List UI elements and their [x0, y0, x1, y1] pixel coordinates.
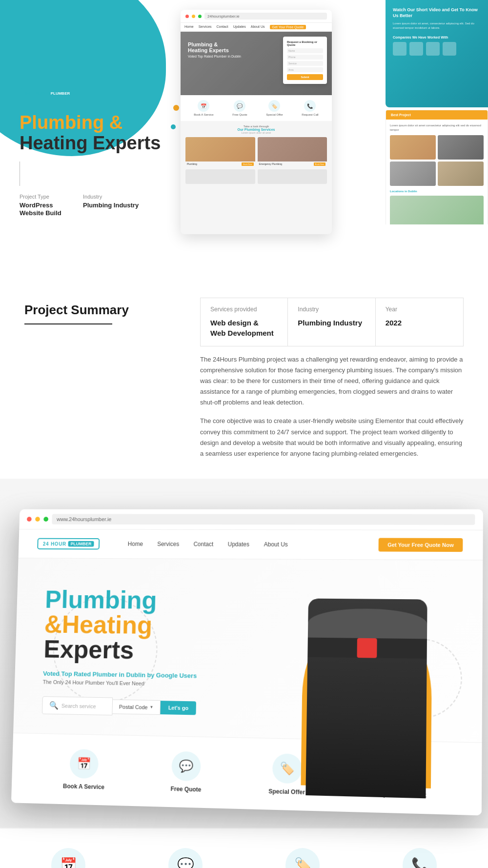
summary-desc-1: The 24Hours Plumbing project was a chall… [200, 354, 464, 408]
meta-grid: Project Type Industry WordPressWebsite B… [20, 194, 161, 218]
large-nav-cta[interactable]: Get Your Free Quote Now [379, 538, 463, 552]
service-card-emergency: Emergency Plumbing Book Now [258, 137, 327, 167]
hero-title-dark: Heating Experts [20, 133, 161, 154]
letsgo-button[interactable]: Let's go [161, 701, 196, 715]
left-panel: 24 HOUR PLUMBER Plumbing & Heating Exper… [20, 88, 161, 218]
rsb-map [390, 196, 484, 224]
hero-title-orange: Plumbing & [20, 113, 161, 133]
summary-title: Project Summary [24, 303, 181, 318]
industry-col-value: Plumbing Industry [298, 318, 365, 328]
services-col-industry: Industry Plumbing Industry [288, 298, 375, 346]
services-col-value: Web design &Web Development [210, 318, 278, 338]
browser-hero-sub: Voted Top Rated Plumber in Dublin [188, 55, 241, 58]
hero-flex: Plumbing &Heating Experts Voted Top Rate… [13, 558, 483, 742]
rsb-image-grid [390, 135, 484, 186]
form-field-1: Name [287, 48, 323, 53]
special-offer-icon: 🏷️ [268, 100, 280, 112]
project-img-3 [390, 161, 436, 186]
large-quote-icon: 💬 [171, 751, 201, 781]
request-callback-icon: 📞 [304, 100, 316, 112]
form-field-2: Phone [287, 55, 323, 60]
nav-link-services[interactable]: Services [157, 541, 179, 547]
large-book-label: Book A Service [63, 783, 104, 790]
divider-line [20, 161, 20, 186]
logo-text: 24 HOUR [25, 91, 46, 96]
bottom-special-offer: 🏷️ Special Offer [244, 848, 361, 868]
emergency-card-label: Emergency Plumbing Book Now [258, 161, 327, 167]
project-img-1 [390, 135, 436, 160]
plumbing-card-label: Plumbing Book Now [185, 161, 255, 167]
form-submit-btn[interactable]: Submit [287, 74, 323, 80]
browser-bar: 24hoursplumber.ie [181, 10, 332, 23]
browser-hero-text: Plumbing &Heating Experts Voted Top Rate… [188, 41, 241, 58]
browser-form-panel: Request a Booking or Quote Name Phone Se… [283, 37, 327, 84]
hero-rated: Voted Top Rated Plumber in Dublin by Goo… [43, 670, 197, 680]
large-hero-content: Plumbing &Heating Experts Voted Top Rate… [13, 558, 228, 737]
dot-yellow-decoration [173, 105, 179, 111]
top-section: 24 HOUR PLUMBER Plumbing & Heating Exper… [0, 0, 488, 254]
large-nav-links: Home Services Contact Updates About Us [128, 541, 379, 548]
tilted-mockup: www.24hoursplumber.ie 24 HOUR PLUMBER Ho… [11, 509, 483, 816]
large-logo: 24 HOUR PLUMBER [37, 538, 100, 550]
browser-dot-red [185, 15, 189, 18]
search-input-box[interactable]: 🔍 Search service [42, 696, 113, 715]
emergency-book-btn[interactable]: Book Now [314, 162, 325, 166]
right-screen-text: Lorem ipsum dolor sit amet, consectetur … [393, 21, 481, 30]
logo-box: 24 HOUR PLUMBER [20, 88, 78, 99]
locations-label: Locations in Dublin [390, 190, 484, 193]
perspective-wrapper: www.24hoursplumber.ie 24 HOUR PLUMBER Ho… [0, 479, 488, 828]
search-icon: 🔍 [49, 701, 59, 710]
large-nav: 24 HOUR PLUMBER Home Services Contact Up… [19, 529, 483, 560]
postal-text: Postal Code [119, 704, 148, 710]
browser-service-cards: Plumbing Book Now Emergency Plumbing Boo… [185, 137, 327, 167]
browser-icon-book: 📅 Book A Service [194, 100, 213, 116]
worker-figure [305, 598, 427, 798]
browser-url-bar: 24hoursplumber.ie [204, 13, 327, 20]
right-screenshot-top: Watch Our Short Video and Get To Know Us… [386, 0, 488, 107]
browser-nav: Home Services Contact Updates About Us G… [181, 23, 332, 32]
postal-arrow-icon: ▼ [149, 705, 153, 709]
bottom-book-service: 📅 Book A Service [10, 848, 127, 868]
hero-title-and-heating: &Heating [44, 611, 198, 638]
large-icon-quote: 💬 Free Quote [170, 751, 202, 793]
hero-search-bar: 🔍 Search service Postal Code ▼ Let's go [42, 696, 196, 717]
company-logo-1 [393, 42, 407, 56]
hero-rated-highlight: by Google Users [147, 671, 197, 679]
summary-section: Project Summary Services provided Web de… [0, 254, 488, 479]
emergency-card-img [258, 137, 327, 161]
right-screen-title: Watch Our Short Video and Get To Know Us… [393, 7, 481, 19]
form-title: Request a Booking or Quote [287, 40, 323, 46]
large-logo-text: 24 HOUR [43, 541, 66, 546]
company-logo-2 [409, 42, 423, 56]
rsb-content: Lorem ipsum dolor sit amet consectetur a… [386, 120, 488, 224]
large-icon-book: 📅 Book A Service [63, 749, 105, 791]
nav-link-contact[interactable]: Contact [193, 541, 213, 547]
bottom-offer-icon: 🏷️ [285, 848, 320, 868]
book-service-icon: 📅 [198, 100, 209, 112]
industry-label: Industry [83, 194, 161, 200]
nav-link-about[interactable]: About Us [264, 541, 288, 548]
plumbing-book-btn[interactable]: Book Now [242, 162, 253, 166]
large-logo-badge: PLUMBER [68, 541, 94, 547]
large-book-icon: 📅 [70, 749, 99, 779]
postal-box[interactable]: Postal Code ▼ [112, 699, 161, 715]
browser-hero-image: Plumbing &Heating Experts Voted Top Rate… [181, 32, 332, 95]
large-dot-green [43, 517, 48, 522]
nav-link-home[interactable]: Home [128, 541, 143, 547]
nav-link-updates[interactable]: Updates [228, 541, 249, 547]
browser-services-title: Our Plumbing Services [185, 128, 327, 131]
bottom-book-icon: 📅 [51, 848, 85, 868]
browser-dot-yellow [192, 15, 195, 18]
worker-body [307, 637, 427, 658]
year-col-header: Year [386, 306, 453, 313]
browser-icons-row: 📅 Book A Service 💬 Free Quote 🏷️ Special… [181, 95, 332, 121]
browser-hero-title: Plumbing &Heating Experts [188, 41, 241, 53]
hero-title: Plumbing & Heating Experts [20, 113, 161, 154]
project-img-2 [438, 135, 484, 160]
browser-mockup-small: 24hoursplumber.ie Home Services Contact … [181, 10, 332, 234]
large-hero-text: Plumbing &Heating Experts Voted Top Rate… [42, 587, 199, 717]
service-cards-row2 [185, 169, 327, 184]
company-logo-4 [443, 42, 456, 56]
bottom-callback-icon: 📞 [403, 848, 437, 868]
bottom-free-quote: 💬 Free Quote [127, 848, 244, 868]
